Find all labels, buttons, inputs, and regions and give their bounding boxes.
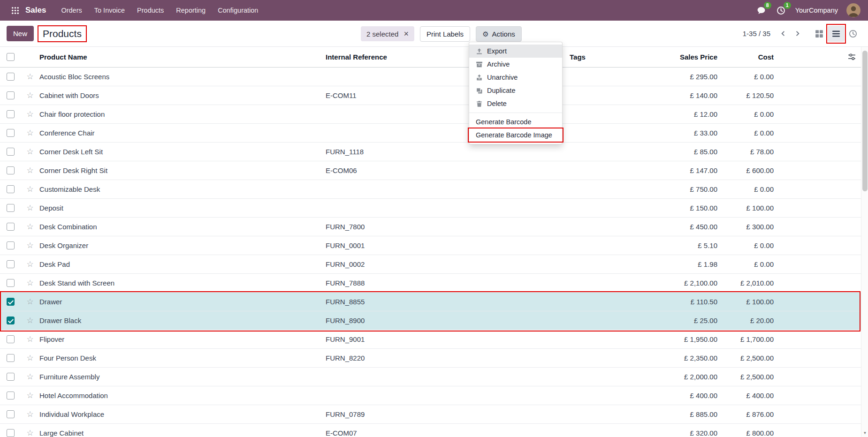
- favorite-star-icon[interactable]: ☆: [26, 260, 33, 268]
- row-checkbox[interactable]: [7, 223, 15, 231]
- table-row[interactable]: ☆Drawer BlackFURN_8900£ 25.00£ 20.00: [0, 311, 868, 330]
- user-avatar[interactable]: [846, 3, 860, 17]
- new-button[interactable]: New: [7, 26, 34, 41]
- row-checkbox[interactable]: [7, 129, 15, 137]
- pager-next-button[interactable]: [790, 27, 804, 41]
- table-row[interactable]: ☆Large CabinetE-COM07£ 320.00£ 800.00: [0, 424, 868, 437]
- actions-menu-item-unarchive[interactable]: Unarchive: [469, 71, 562, 84]
- actions-menu-item-generate-barcode[interactable]: Generate Barcode: [469, 115, 562, 128]
- column-header-tags[interactable]: Tags: [570, 53, 640, 61]
- pager-previous-button[interactable]: [776, 27, 790, 41]
- favorite-star-icon[interactable]: ☆: [26, 148, 33, 156]
- table-row[interactable]: ☆Conference Chair£ 33.00£ 0.00: [0, 124, 868, 143]
- company-switcher[interactable]: YourCompany: [795, 7, 838, 14]
- row-checkbox[interactable]: [7, 354, 15, 362]
- table-row[interactable]: ☆DrawerFURN_8855£ 110.50£ 100.00: [0, 293, 868, 311]
- row-checkbox[interactable]: [7, 392, 15, 399]
- favorite-star-icon[interactable]: ☆: [26, 335, 33, 343]
- favorite-star-icon[interactable]: ☆: [26, 110, 33, 118]
- view-switch-activity-button[interactable]: [845, 26, 861, 42]
- favorite-star-icon[interactable]: ☆: [26, 223, 33, 231]
- table-row[interactable]: ☆Cabinet with DoorsE-COM11£ 140.00£ 120.…: [0, 86, 868, 105]
- menu-item-to-invoice[interactable]: To Invoice: [89, 3, 130, 17]
- column-header-sales-price[interactable]: Sales Price: [640, 53, 717, 61]
- app-name[interactable]: Sales: [25, 6, 46, 15]
- actions-menu-item-delete[interactable]: Delete: [469, 97, 562, 110]
- actions-menu-item-archive[interactable]: Archive: [469, 58, 562, 71]
- favorite-star-icon[interactable]: ☆: [26, 392, 33, 399]
- activities-button[interactable]: 1: [776, 5, 787, 16]
- menu-item-orders[interactable]: Orders: [55, 3, 87, 17]
- favorite-star-icon[interactable]: ☆: [26, 298, 33, 306]
- row-checkbox[interactable]: [7, 241, 15, 249]
- sales-price-cell: £ 85.00: [640, 148, 717, 156]
- column-header-cost[interactable]: Cost: [717, 53, 774, 61]
- favorite-star-icon[interactable]: ☆: [26, 410, 33, 418]
- actions-button[interactable]: ⚙ Actions: [476, 26, 522, 42]
- table-row[interactable]: ☆FlipoverFURN_9001£ 1,950.00£ 1,700.00: [0, 330, 868, 349]
- table-row[interactable]: ☆Acoustic Bloc Screens£ 295.00£ 0.00: [0, 68, 868, 86]
- select-all-checkbox[interactable]: [7, 53, 15, 61]
- favorite-star-icon[interactable]: ☆: [26, 316, 33, 324]
- favorite-star-icon[interactable]: ☆: [26, 166, 33, 174]
- row-checkbox[interactable]: [7, 148, 15, 156]
- favorite-star-icon[interactable]: ☆: [26, 241, 33, 249]
- favorite-star-icon[interactable]: ☆: [26, 279, 33, 287]
- table-row[interactable]: ☆Corner Desk Right SitE-COM06£ 147.00£ 6…: [0, 161, 868, 180]
- row-checkbox[interactable]: [7, 410, 15, 418]
- favorite-star-icon[interactable]: ☆: [26, 354, 33, 362]
- row-checkbox[interactable]: [7, 110, 15, 118]
- print-labels-button[interactable]: Print Labels: [420, 26, 470, 42]
- row-checkbox[interactable]: [7, 298, 15, 306]
- table-row[interactable]: ☆Desk PadFURN_0002£ 1.98£ 0.00: [0, 255, 868, 274]
- favorite-star-icon[interactable]: ☆: [26, 129, 33, 137]
- row-checkbox[interactable]: [7, 166, 15, 174]
- scrollbar-thumb[interactable]: [862, 51, 868, 191]
- table-row[interactable]: ☆Desk CombinationFURN_7800£ 450.00£ 300.…: [0, 218, 868, 236]
- table-row[interactable]: ☆Deposit£ 150.00£ 100.00: [0, 199, 868, 218]
- row-checkbox[interactable]: [7, 204, 15, 212]
- actions-menu-item-duplicate[interactable]: Duplicate: [469, 84, 562, 97]
- table-row[interactable]: ☆Four Person DeskFURN_8220£ 2,350.00£ 2,…: [0, 349, 868, 368]
- actions-menu-item-export[interactable]: Export: [469, 45, 562, 58]
- table-row[interactable]: ☆Desk Stand with ScreenFURN_7888£ 2,100.…: [0, 274, 868, 293]
- clear-selection-button[interactable]: ×: [404, 30, 409, 38]
- favorite-star-icon[interactable]: ☆: [26, 185, 33, 193]
- view-switch-list-button[interactable]: [828, 26, 845, 42]
- row-checkbox[interactable]: [7, 260, 15, 268]
- row-checkbox[interactable]: [7, 73, 15, 81]
- vertical-scrollbar[interactable]: ▼: [861, 47, 868, 437]
- menu-item-reporting[interactable]: Reporting: [170, 3, 211, 17]
- row-checkbox[interactable]: [7, 335, 15, 343]
- menu-item-products[interactable]: Products: [131, 3, 169, 17]
- favorite-star-icon[interactable]: ☆: [26, 373, 33, 381]
- favorite-star-icon[interactable]: ☆: [26, 429, 33, 437]
- menu-item-configuration[interactable]: Configuration: [212, 3, 264, 17]
- row-checkbox[interactable]: [7, 316, 15, 324]
- internal-reference-cell: FURN_0001: [326, 241, 570, 249]
- sales-price-cell: £ 750.00: [640, 185, 717, 193]
- table-row[interactable]: ☆Customizable Desk£ 750.00£ 0.00: [0, 180, 868, 199]
- row-checkbox[interactable]: [7, 429, 15, 437]
- apps-menu-button[interactable]: [8, 3, 23, 18]
- table-row[interactable]: ☆Desk OrganizerFURN_0001£ 5.10£ 0.00: [0, 236, 868, 255]
- scrollbar-down-arrow[interactable]: ▼: [861, 430, 868, 437]
- sales-price-cell: £ 12.00: [640, 110, 717, 118]
- favorite-star-icon[interactable]: ☆: [26, 204, 33, 212]
- favorite-star-icon[interactable]: ☆: [26, 73, 33, 81]
- row-checkbox[interactable]: [7, 185, 15, 193]
- table-row[interactable]: ☆Hotel Accommodation£ 400.00£ 400.00: [0, 386, 868, 405]
- column-header-product-name[interactable]: Product Name: [39, 53, 326, 61]
- optional-columns-button[interactable]: [848, 53, 856, 61]
- table-row[interactable]: ☆Furniture Assembly£ 2,000.00£ 2,500.00: [0, 368, 868, 386]
- table-row[interactable]: ☆Corner Desk Left SitFURN_1118£ 85.00£ 7…: [0, 143, 868, 161]
- view-switch-kanban-button[interactable]: [811, 26, 828, 42]
- row-checkbox[interactable]: [7, 91, 15, 99]
- row-checkbox[interactable]: [7, 373, 15, 381]
- favorite-star-icon[interactable]: ☆: [26, 91, 33, 99]
- table-row[interactable]: ☆Chair floor protection£ 12.00£ 0.00: [0, 105, 868, 124]
- messages-button[interactable]: 8: [756, 5, 767, 16]
- row-checkbox[interactable]: [7, 279, 15, 287]
- actions-menu-item-generate-barcode-image[interactable]: Generate Barcode Image: [469, 128, 562, 142]
- table-row[interactable]: ☆Individual WorkplaceFURN_0789£ 885.00£ …: [0, 405, 868, 424]
